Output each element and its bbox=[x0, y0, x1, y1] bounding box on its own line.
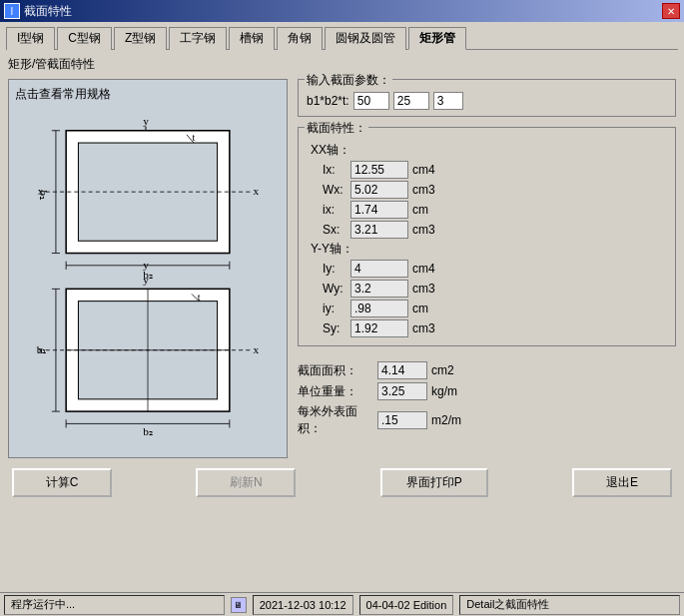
wy-label: Wy: bbox=[323, 282, 350, 296]
wy-unit: cm3 bbox=[412, 282, 435, 296]
status-text: 程序运行中... bbox=[4, 595, 225, 615]
b1-input[interactable] bbox=[353, 92, 389, 110]
input-section: 输入截面参数： b1*b2*t: bbox=[298, 79, 676, 117]
xx-axis-label: XX轴： bbox=[311, 142, 667, 159]
sx-label: Sx: bbox=[323, 223, 350, 237]
tab-channel[interactable]: 槽钢 bbox=[229, 27, 275, 50]
content-area: 矩形/管截面特性 点击查看常用规格 y t bbox=[6, 56, 678, 458]
wy-value bbox=[350, 280, 408, 298]
ix-row: Ix: cm4 bbox=[323, 161, 667, 179]
panel-body: 点击查看常用规格 y t bbox=[8, 79, 676, 458]
iy2-value bbox=[350, 300, 408, 317]
cross-section-diagram: y t x x b₁ bbox=[15, 109, 281, 438]
b2-input[interactable] bbox=[393, 92, 429, 110]
ix2-label: ix: bbox=[323, 203, 350, 217]
weight-row: 单位重量： kg/m bbox=[298, 382, 676, 400]
print-button[interactable]: 界面打印P bbox=[380, 468, 488, 497]
sx-value bbox=[350, 221, 408, 239]
input-row: b1*b2*t: bbox=[307, 92, 667, 110]
sx-unit: cm3 bbox=[412, 223, 435, 237]
ix2-value bbox=[350, 201, 408, 219]
ix-unit: cm4 bbox=[412, 163, 435, 177]
ix-label: Ix: bbox=[323, 163, 350, 177]
input-section-title: 输入截面参数： bbox=[305, 72, 392, 89]
status-datetime: 2021-12-03 10:12 bbox=[253, 595, 353, 615]
svg-text:b₂: b₂ bbox=[143, 425, 153, 437]
diagram-panel: 点击查看常用规格 y t bbox=[8, 79, 288, 458]
wx-unit: cm3 bbox=[412, 183, 435, 197]
wx-label: Wx: bbox=[323, 183, 350, 197]
iy-value bbox=[350, 260, 408, 278]
wy-row: Wy: cm3 bbox=[323, 280, 667, 298]
area-label: 截面面积： bbox=[298, 362, 377, 379]
svg-text:y: y bbox=[143, 259, 149, 271]
status-product: Detail之截面特性 bbox=[459, 595, 680, 615]
iy-row: Iy: cm4 bbox=[323, 260, 667, 278]
status-bar: 程序运行中... 🖥 2021-12-03 10:12 04-04-02 Edi… bbox=[0, 592, 684, 616]
surface-unit: m2/m bbox=[431, 413, 461, 427]
diagram-label[interactable]: 点击查看常用规格 bbox=[15, 86, 281, 103]
sy-row: Sy: cm3 bbox=[323, 319, 667, 337]
tab-i-beam[interactable]: 工字钢 bbox=[169, 27, 227, 50]
svg-text:x: x bbox=[253, 185, 259, 197]
area-value bbox=[377, 361, 427, 379]
area-row: 截面面积： cm2 bbox=[298, 361, 676, 379]
tab-i-steel[interactable]: I型钢 bbox=[6, 27, 55, 50]
window-icon: I bbox=[4, 3, 20, 19]
sy-label: Sy: bbox=[323, 321, 350, 335]
surface-value bbox=[377, 411, 427, 429]
yy-axis-label: Y-Y轴： bbox=[311, 241, 667, 258]
status-icon: 🖥 bbox=[231, 597, 247, 613]
iy-label: Iy: bbox=[323, 262, 350, 276]
input-label: b1*b2*t: bbox=[307, 94, 349, 108]
iy2-unit: cm bbox=[412, 302, 428, 315]
main-window: I型钢 C型钢 Z型钢 工字钢 槽钢 角钢 圆钢及圆管 矩形管 矩形/管截面特性… bbox=[0, 22, 684, 505]
status-edition: 04-04-02 Edition bbox=[359, 595, 454, 615]
tab-c-steel[interactable]: C型钢 bbox=[57, 27, 112, 50]
svg-text:y: y bbox=[143, 274, 149, 286]
window-title: 截面特性 bbox=[24, 3, 72, 20]
section-title: 矩形/管截面特性 bbox=[8, 56, 676, 73]
ix-value bbox=[350, 161, 408, 179]
svg-text:b₁: b₁ bbox=[37, 343, 47, 355]
calc-button[interactable]: 计算C bbox=[12, 468, 112, 497]
props-section: 截面特性： XX轴： Ix: cm4 Wx: cm3 bbox=[298, 127, 676, 346]
area-unit: cm2 bbox=[431, 363, 454, 377]
tab-z-steel[interactable]: Z型钢 bbox=[114, 27, 167, 50]
svg-text:b₁: b₁ bbox=[38, 190, 50, 200]
refresh-button[interactable]: 刷新N bbox=[196, 468, 296, 497]
title-bar: I 截面特性 ✕ bbox=[0, 0, 684, 22]
sx-row: Sx: cm3 bbox=[323, 221, 667, 239]
iy2-row: iy: cm bbox=[323, 300, 667, 317]
ix2-unit: cm bbox=[412, 203, 428, 217]
tab-angle[interactable]: 角钢 bbox=[277, 27, 323, 50]
surface-row: 每米外表面积： m2/m bbox=[298, 403, 676, 437]
weight-value bbox=[377, 382, 427, 400]
wx-value bbox=[350, 181, 408, 199]
weight-unit: kg/m bbox=[431, 384, 457, 398]
extra-section: 截面面积： cm2 单位重量： kg/m 每米外表面积： m2/m bbox=[298, 356, 676, 442]
tab-rect[interactable]: 矩形管 bbox=[408, 27, 466, 50]
sy-value bbox=[350, 319, 408, 337]
props-section-title: 截面特性： bbox=[305, 120, 368, 137]
sy-unit: cm3 bbox=[412, 321, 435, 335]
ix2-row: ix: cm bbox=[323, 201, 667, 219]
iy-unit: cm4 bbox=[412, 262, 435, 276]
svg-text:y: y bbox=[143, 115, 149, 127]
wx-row: Wx: cm3 bbox=[323, 181, 667, 199]
iy2-label: iy: bbox=[323, 302, 350, 315]
surface-label: 每米外表面积： bbox=[298, 403, 377, 437]
tab-bar: I型钢 C型钢 Z型钢 工字钢 槽钢 角钢 圆钢及圆管 矩形管 bbox=[6, 26, 678, 50]
svg-text:x: x bbox=[253, 343, 259, 355]
tab-round[interactable]: 圆钢及圆管 bbox=[325, 27, 406, 50]
t-input[interactable] bbox=[433, 92, 463, 110]
props-panel: 输入截面参数： b1*b2*t: 截面特性： XX轴： bbox=[298, 79, 676, 458]
weight-label: 单位重量： bbox=[298, 383, 377, 400]
close-button[interactable]: ✕ bbox=[662, 3, 680, 19]
button-bar: 计算C 刷新N 界面打印P 退出E bbox=[6, 458, 678, 501]
exit-button[interactable]: 退出E bbox=[572, 468, 672, 497]
